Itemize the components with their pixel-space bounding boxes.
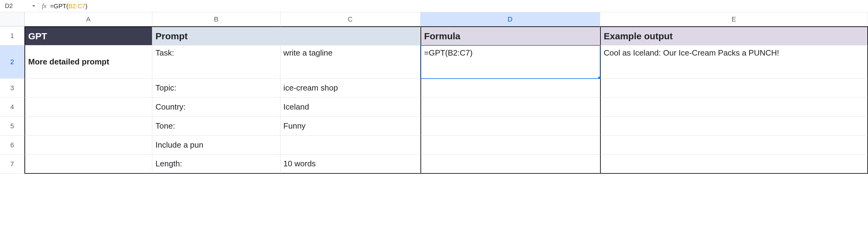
cell-A3[interactable] xyxy=(25,79,152,98)
name-box[interactable]: D2 xyxy=(3,2,31,9)
cell-C3[interactable]: ice-cream shop xyxy=(280,79,421,98)
column-headers: A B C D E xyxy=(0,12,868,26)
cell-C2[interactable]: write a tagline xyxy=(280,46,421,79)
formula-bar: D2 fx =GPT(B2:C7) xyxy=(0,0,868,12)
cell-A7[interactable] xyxy=(25,155,152,174)
cell-C5[interactable]: Funny xyxy=(280,116,421,136)
row-header-2[interactable]: 2 xyxy=(0,46,25,79)
cell-D1[interactable]: Formula xyxy=(421,26,600,46)
name-box-dropdown[interactable] xyxy=(31,5,37,7)
cell-D4[interactable] xyxy=(421,98,600,116)
cell-E4[interactable] xyxy=(600,98,868,116)
cell-B2[interactable]: Task: xyxy=(152,46,280,79)
cell-D6[interactable] xyxy=(421,136,600,155)
cell-E3[interactable] xyxy=(600,79,868,98)
column-header-D[interactable]: D xyxy=(421,12,600,26)
cell-A1[interactable]: GPT xyxy=(25,26,152,46)
cell-C7[interactable]: 10 words xyxy=(280,155,421,174)
formula-input[interactable]: =GPT(B2:C7) xyxy=(50,2,868,10)
table-row: 4 Country: Iceland xyxy=(0,98,868,116)
table-row: 6 Include a pun xyxy=(0,136,868,155)
table-row: 3 Topic: ice-cream shop xyxy=(0,79,868,98)
cell-D2[interactable]: =GPT(B2:C7) xyxy=(421,46,600,79)
row-header-1[interactable]: 1 xyxy=(0,26,25,46)
row-header-5[interactable]: 5 xyxy=(0,116,25,136)
cell-E2[interactable]: Cool as Iceland: Our Ice-Cream Packs a P… xyxy=(600,46,868,79)
column-header-A[interactable]: A xyxy=(25,12,152,26)
cell-E1[interactable]: Example output xyxy=(600,26,868,46)
cell-A6[interactable] xyxy=(25,136,152,155)
cell-B4[interactable]: Country: xyxy=(152,98,280,116)
cell-B1[interactable]: Prompt xyxy=(152,26,280,46)
cell-A5[interactable] xyxy=(25,116,152,136)
formula-ref: B2:C7 xyxy=(68,3,86,9)
cell-E5[interactable] xyxy=(600,116,868,136)
cell-B6[interactable]: Include a pun xyxy=(152,136,280,155)
column-header-E[interactable]: E xyxy=(600,12,868,26)
cell-D3[interactable] xyxy=(421,79,600,98)
fx-icon: fx xyxy=(42,2,46,9)
cell-A2[interactable]: More detailed prompt xyxy=(25,46,152,79)
column-header-C[interactable]: C xyxy=(280,12,421,26)
cell-C6[interactable] xyxy=(280,136,421,155)
cell-B3[interactable]: Topic: xyxy=(152,79,280,98)
cell-B7[interactable]: Length: xyxy=(152,155,280,174)
cell-E7[interactable] xyxy=(600,155,868,174)
cell-B5[interactable]: Tone: xyxy=(152,116,280,136)
cell-D5[interactable] xyxy=(421,116,600,136)
table-row: 1 GPT Prompt Formula Example output xyxy=(0,26,868,46)
row-header-3[interactable]: 3 xyxy=(0,79,25,98)
cell-C4[interactable]: Iceland xyxy=(280,98,421,116)
chevron-down-icon xyxy=(32,5,35,7)
table-row: 2 More detailed prompt Task: write a tag… xyxy=(0,46,868,79)
spreadsheet-grid: A B C D E 1 GPT Prompt Formula Example o… xyxy=(0,12,868,174)
table-row: 7 Length: 10 words xyxy=(0,155,868,174)
cell-C1[interactable] xyxy=(280,26,421,46)
cell-A4[interactable] xyxy=(25,98,152,116)
cell-D7[interactable] xyxy=(421,155,600,174)
select-all-corner[interactable] xyxy=(0,12,25,26)
formula-text: =GPT( xyxy=(50,3,68,9)
divider xyxy=(39,2,39,10)
formula-text: ) xyxy=(85,3,87,9)
row-header-6[interactable]: 6 xyxy=(0,136,25,155)
row-header-7[interactable]: 7 xyxy=(0,155,25,174)
row-header-4[interactable]: 4 xyxy=(0,98,25,116)
table-row: 5 Tone: Funny xyxy=(0,116,868,136)
cell-E6[interactable] xyxy=(600,136,868,155)
column-header-B[interactable]: B xyxy=(152,12,280,26)
